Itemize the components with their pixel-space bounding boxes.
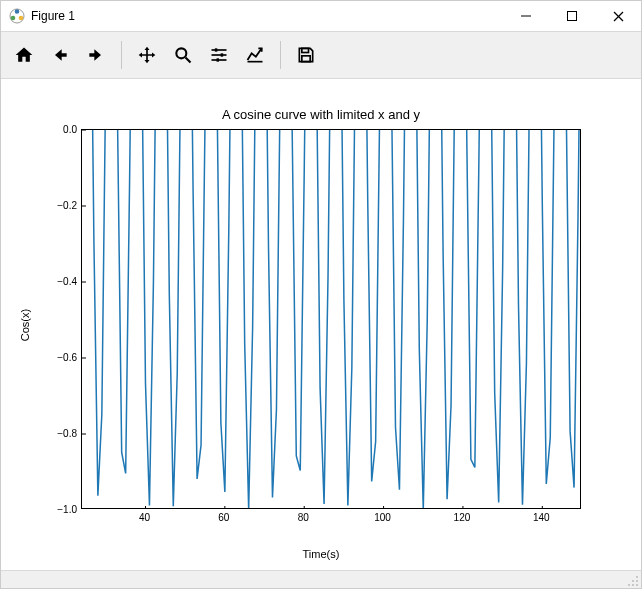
x-tick-label: 40 [139, 512, 150, 523]
svg-rect-15 [217, 58, 220, 61]
y-tick-label: −0.2 [37, 200, 77, 211]
y-tick-label: 0.0 [37, 124, 77, 135]
toolbar [1, 31, 641, 79]
x-tick-label: 60 [218, 512, 229, 523]
svg-point-31 [636, 576, 638, 578]
x-tick-label: 100 [374, 512, 391, 523]
edit-axis-button[interactable] [238, 38, 272, 72]
svg-rect-5 [568, 12, 577, 21]
pan-button[interactable] [130, 38, 164, 72]
y-tick-label: −0.6 [37, 352, 77, 363]
y-axis-label: Cos(x) [19, 308, 31, 340]
app-icon [9, 8, 25, 24]
svg-point-33 [632, 580, 634, 582]
svg-rect-13 [221, 53, 224, 56]
svg-rect-17 [302, 48, 309, 52]
svg-point-3 [11, 16, 16, 21]
svg-point-32 [636, 580, 638, 582]
y-tick-label: −0.8 [37, 428, 77, 439]
home-button[interactable] [7, 38, 41, 72]
minimize-button[interactable] [503, 1, 549, 31]
svg-point-2 [19, 16, 24, 21]
x-tick-label: 80 [298, 512, 309, 523]
zoom-button[interactable] [166, 38, 200, 72]
plot-area: A cosine curve with limited x and y Cos(… [1, 79, 641, 570]
back-button[interactable] [43, 38, 77, 72]
configure-subplots-button[interactable] [202, 38, 236, 72]
svg-point-1 [15, 9, 20, 14]
axes[interactable] [81, 129, 581, 509]
window-titlebar: Figure 1 [1, 1, 641, 31]
forward-button[interactable] [79, 38, 113, 72]
svg-point-8 [176, 48, 186, 58]
close-button[interactable] [595, 1, 641, 31]
svg-line-9 [186, 58, 191, 63]
y-tick-label: −1.0 [37, 504, 77, 515]
svg-rect-11 [215, 48, 218, 51]
x-tick-label: 140 [533, 512, 550, 523]
window-title: Figure 1 [31, 9, 75, 23]
toolbar-separator [280, 41, 281, 69]
save-button[interactable] [289, 38, 323, 72]
svg-point-34 [636, 584, 638, 586]
plot-title: A cosine curve with limited x and y [1, 107, 641, 122]
status-bar [1, 570, 641, 588]
x-tick-label: 120 [454, 512, 471, 523]
y-tick-label: −0.4 [37, 276, 77, 287]
svg-point-36 [628, 584, 630, 586]
toolbar-separator [121, 41, 122, 69]
svg-rect-18 [302, 56, 310, 62]
maximize-button[interactable] [549, 1, 595, 31]
x-axis-label: Time(s) [1, 548, 641, 560]
resize-grip-icon[interactable] [627, 575, 639, 587]
line-plot [82, 130, 581, 509]
svg-point-35 [632, 584, 634, 586]
